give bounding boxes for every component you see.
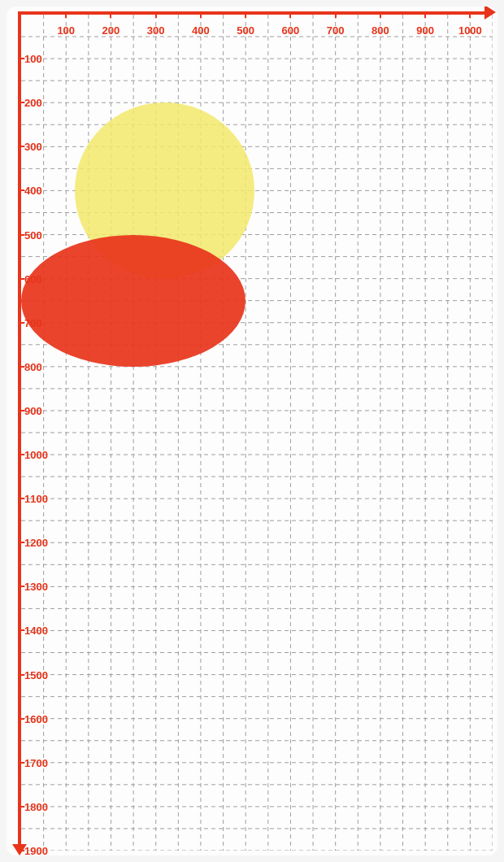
grid [21, 15, 493, 851]
chart-frame: 1002003004005006007008009001000 10020030… [7, 7, 497, 855]
plot-area: 1002003004005006007008009001000 10020030… [21, 15, 493, 851]
